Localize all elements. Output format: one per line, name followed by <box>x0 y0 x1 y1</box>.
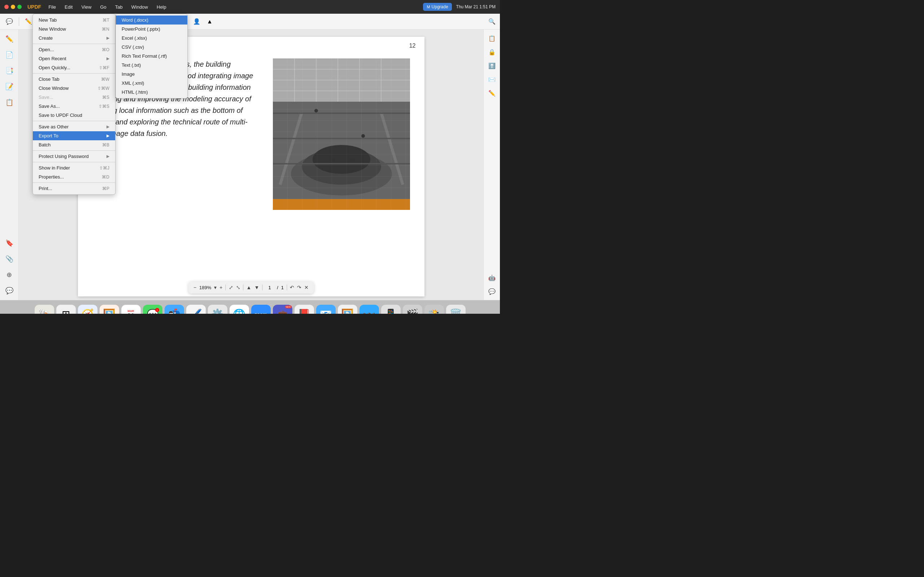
fullscreen-button[interactable] <box>17 5 22 9</box>
fit-page-button[interactable]: ⤡ <box>236 285 241 290</box>
upgrade-button[interactable]: M Upgrade <box>423 3 452 11</box>
menu-item-show-finder[interactable]: Show in Finder ⇧⌘J <box>33 163 115 172</box>
menu-item-new-window[interactable]: New Window ⌘N <box>33 24 115 34</box>
menu-item-export-to[interactable]: Export To ▶ <box>33 131 115 140</box>
dock-wave[interactable]: 〰️ <box>360 305 379 314</box>
zoom-out-button[interactable]: − <box>194 285 196 290</box>
export-image[interactable]: Image <box>116 69 187 79</box>
menu-item-create[interactable]: Create ▶ <box>33 34 115 43</box>
dock-preview[interactable]: 🖼️ <box>338 305 357 314</box>
page-total-separator: / <box>277 285 278 290</box>
export-word[interactable]: Word (.docx) <box>116 16 187 24</box>
export-rtf[interactable]: Rich Text Format (.rtf) <box>116 52 187 61</box>
menu-go[interactable]: Go <box>99 3 108 10</box>
right-icon-mail[interactable]: ✉️ <box>486 74 498 85</box>
zoom-in-button[interactable]: + <box>220 285 222 290</box>
sidebar-icon-layers[interactable]: ⊕ <box>3 268 16 281</box>
right-icon-ai[interactable]: 🤖 <box>486 272 498 284</box>
dock-freeform[interactable]: 🖊️ <box>186 305 206 314</box>
dock-mail[interactable]: 📬 <box>165 305 184 314</box>
separator-5 <box>33 162 115 162</box>
toolbar-redact[interactable]: ▲ <box>205 16 215 27</box>
sidebar-icon-bookmark[interactable]: 🔖 <box>3 237 16 250</box>
export-html[interactable]: HTML (.htm) <box>116 88 187 97</box>
menu-item-save-as[interactable]: Save As... ⇧⌘S <box>33 102 115 111</box>
prev-page-button[interactable]: ▲ <box>247 285 252 290</box>
toolbar-comment[interactable]: 💬 <box>4 16 15 27</box>
toolbar-highlight[interactable]: ✏️ <box>23 16 34 27</box>
rotate-left-button[interactable]: ↶ <box>290 285 294 290</box>
export-csv[interactable]: CSV (.csv) <box>116 43 187 52</box>
sidebar-icon-comments[interactable]: 💬 <box>3 284 16 297</box>
dock-finder[interactable]: 🐚 <box>35 305 54 314</box>
right-icon-edit[interactable]: ✏️ <box>486 87 498 99</box>
dock-app2[interactable]: 🎬 <box>403 305 422 314</box>
page-number-input[interactable]: 1 <box>265 285 274 290</box>
dock-chrome[interactable]: 🌐 <box>229 305 249 314</box>
rotate-right-button[interactable]: ↷ <box>297 285 301 290</box>
menu-item-open[interactable]: Open... ⌘O <box>33 45 115 54</box>
svg-rect-17 <box>273 138 410 139</box>
dock-calendar[interactable]: MAR 21 <box>121 305 141 314</box>
svg-point-13 <box>313 145 370 174</box>
export-txt[interactable]: Text (.txt) <box>116 61 187 69</box>
menu-item-protect[interactable]: Protect Using Password ▶ <box>33 152 115 161</box>
toolbar-search[interactable]: 🔍 <box>488 18 496 25</box>
right-icon-lock[interactable]: 🔒 <box>486 46 498 58</box>
menu-item-new-tab[interactable]: New Tab ⌘T <box>33 16 115 24</box>
export-xml[interactable]: XML (.xml) <box>116 79 187 88</box>
sidebar-icon-annotate[interactable]: ✏️ <box>3 32 16 45</box>
menu-file[interactable]: File <box>47 3 57 10</box>
menu-item-close-tab[interactable]: Close Tab ⌘W <box>33 75 115 84</box>
zoom-dropdown-icon[interactable]: ▾ <box>214 285 216 290</box>
menu-item-open-quickly[interactable]: Open Quickly... ⇧⌘F <box>33 63 115 72</box>
sidebar-icon-pages[interactable]: 📄 <box>3 48 16 61</box>
menu-item-close-window[interactable]: Close Window ⇧⌘W <box>33 84 115 93</box>
dock-safari[interactable]: 🧭 <box>78 305 97 314</box>
right-icon-share[interactable]: ⬆️ <box>486 60 498 71</box>
fit-width-button[interactable]: ⤢ <box>229 285 233 290</box>
menu-item-save-as-other[interactable]: Save as Other ▶ <box>33 122 115 131</box>
menu-window[interactable]: Window <box>130 3 149 10</box>
dock-app3[interactable]: 📸 <box>425 305 444 314</box>
zoom-level[interactable]: 189% <box>199 285 211 290</box>
svg-rect-0 <box>273 58 410 210</box>
export-excel[interactable]: Excel (.xlsx) <box>116 34 187 43</box>
right-icon-chat[interactable]: 💬 <box>486 285 498 297</box>
menu-help[interactable]: Help <box>155 3 168 10</box>
separator-2 <box>33 73 115 74</box>
next-page-button[interactable]: ▼ <box>254 285 259 290</box>
separator-6 <box>33 182 115 183</box>
dock-zoom[interactable]: zoom <box>251 305 271 314</box>
sidebar-icon-attach[interactable]: 📎 <box>3 253 16 266</box>
svg-point-21 <box>329 160 333 163</box>
dock-trash[interactable]: 🗑️ <box>446 305 465 314</box>
dock-launchpad[interactable]: ⊞ <box>56 305 76 314</box>
close-button[interactable] <box>4 5 9 9</box>
minimize-button[interactable] <box>11 5 15 9</box>
traffic-lights <box>4 5 22 9</box>
right-icon-thumbnail[interactable]: 📋 <box>486 32 498 44</box>
close-toolbar-button[interactable]: ✕ <box>304 285 309 290</box>
dock-photos[interactable]: 🖼️ <box>100 305 119 314</box>
menu-edit[interactable]: Edit <box>63 3 74 10</box>
menu-item-batch[interactable]: Batch ⌘B <box>33 140 115 149</box>
sidebar-icon-forms[interactable]: 📋 <box>3 96 16 109</box>
app-logo: UPDF <box>27 4 41 10</box>
menu-item-save-cloud[interactable]: Save to UPDF Cloud <box>33 111 115 120</box>
dock-teams[interactable]: 💼 NEW <box>273 305 292 314</box>
dock-messages[interactable]: 💬 1 <box>143 305 162 314</box>
toolbar-stamp[interactable]: 👤 <box>192 16 202 27</box>
menu-item-open-recent[interactable]: Open Recent ▶ <box>33 54 115 63</box>
sidebar-icon-edit[interactable]: 📝 <box>3 80 16 93</box>
menu-tab[interactable]: Tab <box>114 3 124 10</box>
export-powerpoint[interactable]: PowerPoint (.pptx) <box>116 24 187 34</box>
dock-sysprefs[interactable]: ⚙️ <box>208 305 228 314</box>
menu-item-properties[interactable]: Properties... ⌘D <box>33 172 115 181</box>
sidebar-icon-toc[interactable]: 📑 <box>3 64 16 77</box>
menu-item-print[interactable]: Print... ⌘P <box>33 184 115 193</box>
menu-view[interactable]: View <box>80 3 93 10</box>
dock-app1[interactable]: 📱 <box>381 305 401 314</box>
dock-mail2[interactable]: 📧 <box>316 305 336 314</box>
dock-acrobat[interactable]: 📕 <box>294 305 314 314</box>
